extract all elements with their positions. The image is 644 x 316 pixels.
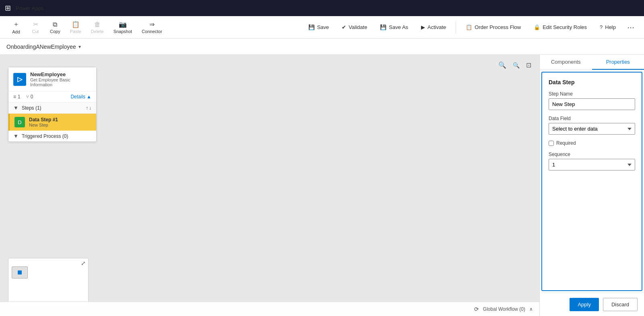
zoom-out-button[interactable]: 🔍 <box>511 60 521 70</box>
gwf-chevron[interactable]: ∧ <box>529 306 533 312</box>
triggered-label: Triggered Process (0) <box>22 133 68 139</box>
required-row: Required <box>549 140 635 146</box>
zoom-in-button[interactable]: 🔍 <box>497 60 508 71</box>
steps-icon: ≡ <box>13 94 16 100</box>
paste-icon: 📋 <box>72 21 80 28</box>
triggered-section: ▼ Triggered Process (0) <box>8 131 96 141</box>
required-label: Required <box>556 140 576 146</box>
zoom-controls: 🔍 🔍 ⊡ <box>497 60 533 71</box>
cut-label: Cut <box>32 29 39 34</box>
activate-label: Activate <box>427 24 446 30</box>
paste-label: Paste <box>70 29 81 34</box>
panel-footer: Apply Discard <box>540 293 644 316</box>
app-title: OnboardingANewEmployee <box>6 44 76 50</box>
panel-section-title: Data Step <box>549 79 635 85</box>
snapshot-label: Snapshot <box>114 29 132 34</box>
tab-components[interactable]: Components <box>540 55 592 70</box>
data-field-select[interactable]: Select to enter data <box>549 123 635 135</box>
order-process-flow-button[interactable]: 📋 Order Process Flow <box>461 22 526 33</box>
minimap-card-icon <box>18 270 22 274</box>
copy-icon: ⧉ <box>53 21 57 28</box>
add-label: Add <box>12 29 20 34</box>
step-item-icon: D <box>14 117 25 127</box>
save-icon: 💾 <box>308 24 315 30</box>
apptitle-chevron[interactable]: ▾ <box>78 44 81 50</box>
toolbar: ＋ Add ✂ Cut ⧉ Copy 📋 Paste 🗑 Delete 📷 Sn… <box>0 16 644 39</box>
snapshot-button[interactable]: 📷 Snapshot <box>109 18 137 36</box>
steps-section-icon: ▼ <box>13 105 19 111</box>
details-button[interactable]: Details ▲ <box>70 94 91 100</box>
copy-label: Copy <box>50 29 60 34</box>
paste-button[interactable]: 📋 Paste <box>65 18 86 36</box>
branches-stat: ⑂ 0 <box>26 94 33 100</box>
apptitle-bar: OnboardingANewEmployee ▾ <box>0 39 644 55</box>
branches-icon: ⑂ <box>26 94 29 100</box>
activate-button[interactable]: ▶ Activate <box>416 22 451 33</box>
step-item-title: Data Step #1 <box>29 117 58 123</box>
required-checkbox[interactable] <box>549 141 554 146</box>
card-info: NewEmployee Get Employee Basic Informati… <box>30 71 91 87</box>
sequence-label: Sequence <box>549 152 635 157</box>
steps-section-label: Steps (1) <box>22 105 83 111</box>
details-label: Details <box>70 94 85 100</box>
steps-arrows: ↑ ↓ <box>86 105 91 111</box>
save-as-button[interactable]: 💾 Save As <box>375 22 413 33</box>
save-label: Save <box>317 24 329 30</box>
panel-content: Data Step Step Name Data Field Select to… <box>541 72 642 291</box>
help-label: Help <box>605 24 616 30</box>
global-workflow-bar: ⟳ Global Workflow (0) ∧ <box>0 301 539 316</box>
sequence-select[interactable]: 1 2 3 <box>549 159 635 170</box>
fit-button[interactable]: ⊡ <box>524 60 533 71</box>
apply-button[interactable]: Apply <box>570 298 599 311</box>
main-area: 🔍 🔍 ⊡ ▷ NewEmployee Get Employee Basic I… <box>0 55 644 316</box>
toolbar-divider <box>456 21 456 34</box>
save-button[interactable]: 💾 Save <box>303 22 334 33</box>
connector-button[interactable]: ⇒ Connector <box>137 18 167 36</box>
snapshot-icon: 📷 <box>119 21 127 28</box>
cut-button[interactable]: ✂ Cut <box>26 18 45 36</box>
edit-security-roles-button[interactable]: 🔒 Edit Security Roles <box>529 22 592 33</box>
more-button[interactable]: ⋯ <box>624 21 638 33</box>
help-button[interactable]: ? Help <box>595 22 621 33</box>
order-process-flow-icon: 📋 <box>466 24 472 30</box>
steps-header: ▼ Steps (1) ↑ ↓ <box>8 102 96 114</box>
gwf-spinner-icon: ⟳ <box>474 306 479 312</box>
step-up-button[interactable]: ↑ <box>86 105 88 111</box>
branches-count: 0 <box>31 94 33 100</box>
cut-icon: ✂ <box>33 21 38 28</box>
step-name-input[interactable] <box>549 98 635 110</box>
delete-label: Delete <box>91 29 104 34</box>
save-as-label: Save As <box>389 24 408 30</box>
steps-count: 1 <box>18 94 21 100</box>
right-panel: Components Properties Data Step Step Nam… <box>539 55 644 316</box>
topbar: ⊞ Power Apps <box>0 0 644 16</box>
connector-icon: ⇒ <box>149 21 155 28</box>
panel-tabs: Components Properties <box>540 55 644 70</box>
connector-label: Connector <box>142 29 162 34</box>
discard-button[interactable]: Discard <box>603 298 638 311</box>
copy-button[interactable]: ⧉ Copy <box>45 19 65 36</box>
step-down-button[interactable]: ↓ <box>89 105 91 111</box>
triggered-icon: ▼ <box>13 133 19 139</box>
edit-security-roles-label: Edit Security Roles <box>543 24 587 30</box>
card-subtitle: Get Employee Basic Information <box>30 77 91 87</box>
card-title: NewEmployee <box>30 71 91 77</box>
steps-stat: ≡ 1 <box>13 94 21 100</box>
app-name: Power Apps <box>16 5 43 11</box>
validate-button[interactable]: ✔ Validate <box>337 22 372 33</box>
add-button[interactable]: ＋ Add <box>6 18 26 37</box>
card-icon: ▷ <box>13 73 26 86</box>
minimap-expand-button[interactable]: ⤢ <box>81 260 86 266</box>
card-stats: ≡ 1 ⑂ 0 Details ▲ <box>8 91 96 102</box>
delete-icon: 🗑 <box>94 21 101 28</box>
process-card: ▷ NewEmployee Get Employee Basic Informa… <box>8 67 97 142</box>
validate-icon: ✔ <box>342 24 346 30</box>
canvas: 🔍 🔍 ⊡ ▷ NewEmployee Get Employee Basic I… <box>0 55 539 316</box>
steps-section: ▼ Steps (1) ↑ ↓ D Data Step #1 New Step <box>8 102 96 131</box>
apps-grid-icon[interactable]: ⊞ <box>5 4 11 12</box>
details-arrow: ▲ <box>87 94 91 100</box>
help-icon: ? <box>600 24 603 30</box>
delete-button[interactable]: 🗑 Delete <box>86 19 109 36</box>
tab-properties[interactable]: Properties <box>592 55 644 70</box>
step-item[interactable]: D Data Step #1 New Step <box>8 114 96 131</box>
